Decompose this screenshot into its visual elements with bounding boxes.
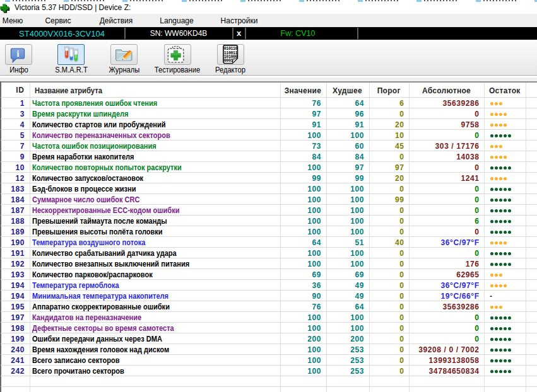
svg-text:0001: 0001: [223, 59, 233, 63]
svg-text:i: i: [16, 49, 19, 59]
